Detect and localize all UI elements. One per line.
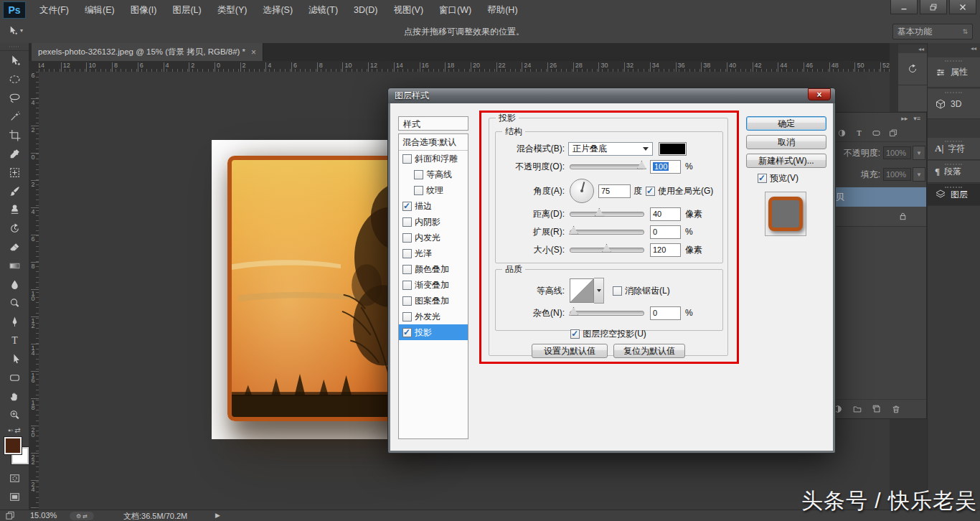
dialog-close-button[interactable]: × — [808, 88, 831, 100]
menu-item-6[interactable]: 滤镜(T) — [301, 0, 346, 20]
gradient-tool[interactable] — [0, 256, 29, 275]
blur-tool[interactable] — [0, 275, 29, 294]
eraser-tool[interactable] — [0, 238, 29, 256]
panel-menu-icon[interactable]: ▾≡ — [913, 115, 920, 122]
style-list-item-12[interactable]: 投影 — [399, 324, 468, 340]
dock-tab-图层[interactable]: 图层 — [928, 184, 980, 206]
contour-picker[interactable] — [570, 278, 594, 303]
style-list-item-9[interactable]: 渐变叠加 — [399, 277, 468, 293]
pen-tool[interactable] — [0, 312, 29, 331]
path-select-tool[interactable] — [0, 349, 29, 368]
style-list-item-5[interactable]: 内阴影 — [399, 214, 468, 230]
图案叠加-checkbox[interactable] — [402, 296, 412, 306]
style-list-item-7[interactable]: 光泽 — [399, 245, 468, 261]
lasso-tool[interactable] — [0, 88, 29, 107]
swap-colors-row[interactable]: ▪▫ ⇄ — [0, 424, 29, 436]
menu-item-2[interactable]: 图像(I) — [123, 0, 165, 20]
trash-icon[interactable] — [891, 404, 901, 414]
photoshop-logo-icon[interactable]: Ps — [3, 1, 26, 19]
menu-item-1[interactable]: 编辑(E) — [77, 0, 123, 20]
纹理-checkbox[interactable] — [414, 186, 423, 195]
style-list-item-4[interactable]: 描边 — [399, 198, 468, 214]
等高线-checkbox[interactable] — [414, 170, 423, 179]
history-brush-tool[interactable] — [0, 219, 29, 238]
angle-dial[interactable] — [570, 179, 594, 203]
workspace-switcher[interactable]: 基本功能 ⇅ — [892, 24, 973, 39]
distance-slider[interactable] — [570, 212, 644, 217]
crop-tool[interactable] — [0, 126, 29, 144]
noise-input[interactable]: 0 — [650, 306, 681, 320]
spot-healing-tool[interactable] — [0, 163, 29, 182]
collapse-dock-icon[interactable]: ◂◂ — [928, 43, 980, 53]
status-menu-arrow-icon[interactable]: ▶ — [215, 512, 220, 519]
foreground-color-swatch[interactable] — [4, 437, 22, 454]
adjust-filter-icon[interactable] — [837, 128, 847, 138]
slider-thumb[interactable] — [602, 244, 611, 253]
menu-item-10[interactable]: 帮助(H) — [479, 0, 525, 20]
screen-mode-button[interactable] — [0, 487, 29, 506]
type-filter-icon[interactable]: T — [854, 128, 864, 138]
layer-knockout-checkbox[interactable] — [570, 329, 580, 339]
cascade-windows-icon[interactable] — [5, 510, 16, 521]
slider-thumb[interactable] — [595, 208, 604, 217]
horizontal-ruler[interactable]: 1412108642024681012141618202224262830323… — [39, 61, 890, 72]
type-tool[interactable]: T — [0, 331, 29, 349]
folder-icon[interactable] — [852, 404, 862, 414]
style-list-item-1[interactable]: 斜面和浮雕 — [399, 151, 468, 166]
antialias-checkbox[interactable] — [613, 286, 622, 296]
vertical-ruler[interactable]: 64202468101214161820222426 — [29, 72, 39, 510]
dodge-tool[interactable] — [0, 294, 29, 312]
chevron-down-icon[interactable]: ▼ — [913, 146, 925, 160]
opacity-slider[interactable] — [570, 164, 644, 169]
hand-tool[interactable] — [0, 387, 29, 405]
new-style-button[interactable]: 新建样式(W)... — [746, 154, 826, 168]
menu-item-5[interactable]: 选择(S) — [255, 0, 301, 20]
angle-input[interactable]: 75 — [598, 184, 631, 198]
menu-item-7[interactable]: 3D(D) — [346, 0, 385, 20]
dock-tab-3D[interactable]: 3D — [928, 89, 980, 119]
style-list-item-11[interactable]: 外发光 — [399, 309, 468, 324]
style-list-item-6[interactable]: 内发光 — [399, 230, 468, 245]
style-list-item-2[interactable]: 等高线 — [399, 166, 468, 182]
dock-tab-属性[interactable]: 属性 — [928, 57, 980, 88]
move-tool[interactable] — [0, 51, 29, 70]
layer-opacity-value[interactable]: 100% — [883, 146, 911, 159]
collapse-dock-icon[interactable]: ◂◂ — [898, 44, 927, 53]
chevron-down-icon[interactable]: ▼ — [913, 167, 925, 182]
描边-checkbox[interactable] — [402, 202, 412, 211]
ruler-corner[interactable] — [29, 61, 39, 72]
noise-slider[interactable] — [570, 311, 644, 316]
distance-input[interactable]: 40 — [650, 207, 681, 221]
menu-item-3[interactable]: 图层(L) — [164, 0, 209, 20]
close-button[interactable] — [949, 0, 976, 14]
style-list-item-0[interactable]: 混合选项:默认 — [399, 134, 468, 151]
scrubby-zoom-widget[interactable]: ⚙⇄ — [70, 512, 94, 520]
collapse-panel-icon[interactable]: ▸▸ — [901, 115, 908, 122]
restore-button[interactable] — [920, 0, 947, 14]
外发光-checkbox[interactable] — [402, 312, 412, 321]
size-slider[interactable] — [570, 248, 644, 253]
magic-wand-tool[interactable] — [0, 107, 29, 126]
contour-dropdown-button[interactable] — [594, 278, 604, 304]
opacity-input[interactable]: 100 — [650, 160, 681, 174]
menu-item-9[interactable]: 窗口(W) — [431, 0, 479, 20]
marquee-tool[interactable] — [0, 70, 29, 88]
eyedropper-tool[interactable] — [0, 144, 29, 163]
menu-item-4[interactable]: 类型(Y) — [209, 0, 255, 20]
shape-filter-icon[interactable] — [872, 128, 881, 138]
quick-mask-button[interactable] — [0, 469, 29, 487]
style-list-item-3[interactable]: 纹理 — [399, 182, 468, 198]
brush-tool[interactable] — [0, 182, 29, 200]
内发光-checkbox[interactable] — [402, 233, 412, 243]
minimize-button[interactable] — [890, 0, 918, 14]
shape-tool[interactable] — [0, 368, 29, 387]
cascade-filter-icon[interactable] — [889, 128, 898, 138]
current-tool-indicator[interactable]: ▾ — [7, 25, 23, 36]
use-global-light-checkbox[interactable] — [646, 187, 655, 196]
dock-tab-字符[interactable]: A|字符 — [928, 138, 980, 160]
内阴影-checkbox[interactable] — [402, 217, 412, 227]
spread-slider[interactable] — [570, 230, 644, 235]
zoom-level-field[interactable]: 15.03% — [30, 511, 57, 520]
spread-input[interactable]: 0 — [650, 225, 681, 239]
layer-fill-value[interactable]: 100% — [883, 168, 911, 181]
